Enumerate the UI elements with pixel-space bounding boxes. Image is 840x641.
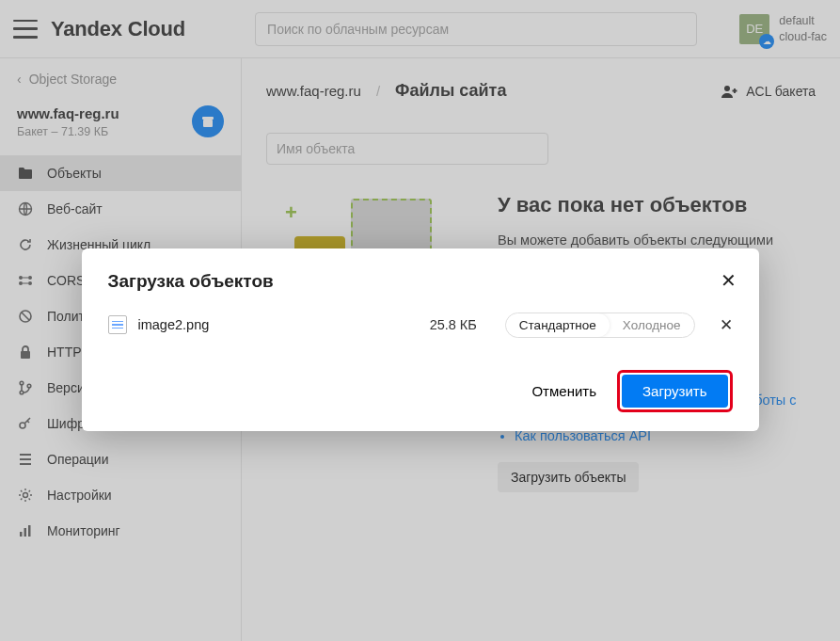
- upload-highlight: Загрузить: [617, 370, 733, 412]
- remove-file-icon[interactable]: ✕: [720, 315, 733, 335]
- storage-toggle: Стандартное Холодное: [505, 312, 695, 338]
- file-row: image2.png 25.8 КБ Стандартное Холодное …: [108, 312, 733, 338]
- file-size: 25.8 КБ: [430, 317, 477, 332]
- close-icon[interactable]: ✕: [721, 269, 737, 292]
- file-name: image2.png: [138, 317, 210, 332]
- upload-modal: Загрузка объектов ✕ image2.png 25.8 КБ С…: [82, 248, 759, 431]
- file-icon: [108, 315, 127, 334]
- storage-standard[interactable]: Стандартное: [506, 313, 610, 337]
- modal-overlay: Загрузка объектов ✕ image2.png 25.8 КБ С…: [0, 0, 840, 641]
- modal-title: Загрузка объектов: [108, 271, 733, 292]
- cancel-button[interactable]: Отменить: [531, 383, 596, 399]
- storage-cold[interactable]: Холодное: [610, 313, 694, 337]
- upload-button[interactable]: Загрузить: [622, 375, 728, 408]
